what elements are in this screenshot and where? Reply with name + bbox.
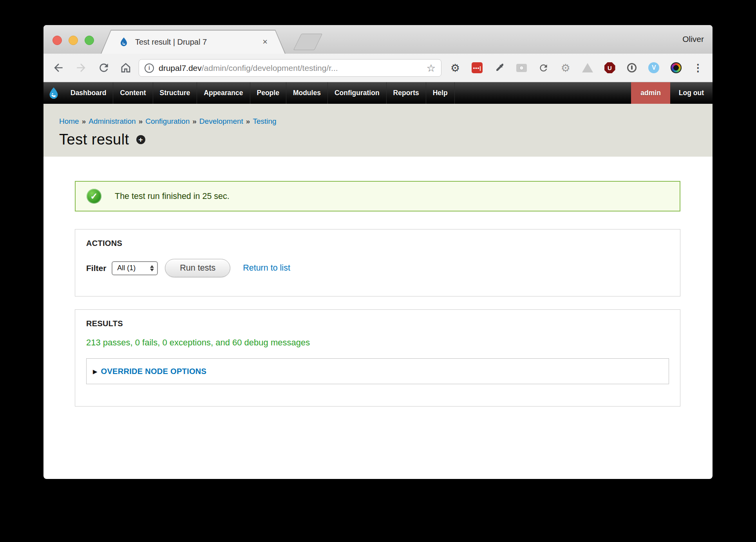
toolbar-item-structure[interactable]: Structure	[153, 82, 197, 104]
browser-navbar: i drupal7.dev /admin/config/development/…	[43, 54, 713, 82]
breadcrumb-separator: »	[82, 117, 86, 125]
url-path: /admin/config/development/testing/r...	[202, 63, 427, 73]
breadcrumb-separator: »	[192, 117, 197, 125]
url-host: drupal7.dev	[159, 63, 202, 73]
minimize-window-button[interactable]	[69, 36, 78, 45]
settings-gear-icon[interactable]: ⚙	[449, 62, 461, 74]
run-tests-button[interactable]: Run tests	[165, 259, 230, 277]
camera-lens-icon[interactable]	[670, 62, 682, 74]
back-icon[interactable]	[52, 61, 65, 74]
drupal-admin-toolbar: Dashboard Content Structure Appearance P…	[43, 82, 713, 104]
lastpass-icon[interactable]: •••|	[471, 62, 483, 74]
status-message-text: The test run finished in 25 sec.	[115, 192, 230, 201]
drupal-home-button[interactable]	[43, 82, 64, 104]
status-message: ✓ The test run finished in 25 sec.	[75, 181, 680, 211]
override-node-options-link[interactable]: OVERRIDE NODE OPTIONS	[101, 367, 207, 376]
breadcrumb: Home»Administration»Configuration»Develo…	[59, 104, 697, 126]
override-node-options-fieldset[interactable]: ▶ OVERRIDE NODE OPTIONS	[86, 358, 669, 384]
toolbar-item-dashboard[interactable]: Dashboard	[64, 82, 113, 104]
refresh-monitor-icon[interactable]	[537, 62, 549, 74]
browser-menu-icon[interactable]: ⋮	[692, 62, 704, 74]
results-summary: 213 passes, 0 fails, 0 exceptions, and 6…	[86, 338, 669, 348]
page-content: ✓ The test run finished in 25 sec. ACTIO…	[43, 157, 713, 406]
actions-legend: ACTIONS	[86, 239, 669, 248]
drupal-favicon-icon	[119, 37, 129, 47]
filter-select[interactable]: All (1)	[112, 261, 158, 275]
success-check-icon: ✓	[87, 189, 101, 204]
page-title: Test result	[59, 131, 129, 148]
collapse-arrow-icon: ▶	[93, 369, 98, 374]
ublock-origin-icon[interactable]: U	[604, 62, 616, 74]
breadcrumb-home[interactable]: Home	[59, 117, 79, 125]
breadcrumb-testing[interactable]: Testing	[253, 117, 276, 125]
add-shortcut-icon[interactable]: +	[136, 135, 145, 144]
forward-icon	[75, 61, 87, 74]
eyedropper-icon[interactable]	[494, 62, 505, 74]
extension-row: ⚙ •••| ⚙ U V ⋮	[449, 54, 704, 82]
vanilla-v-icon[interactable]: V	[648, 62, 660, 74]
actions-fieldset: ACTIONS Filter All (1) Run tests Return …	[75, 229, 680, 296]
breadcrumb-development[interactable]: Development	[199, 117, 243, 125]
breadcrumb-separator: »	[246, 117, 250, 125]
password-ring-icon[interactable]	[626, 62, 638, 74]
page-header: Home»Administration»Configuration»Develo…	[43, 104, 713, 157]
select-arrows-icon	[150, 265, 154, 271]
home-icon[interactable]	[119, 61, 132, 74]
close-window-button[interactable]	[52, 36, 62, 45]
breadcrumb-administration[interactable]: Administration	[89, 117, 136, 125]
toolbar-item-reports[interactable]: Reports	[387, 82, 426, 104]
breadcrumb-configuration[interactable]: Configuration	[145, 117, 190, 125]
toolbar-logout[interactable]: Log out	[670, 82, 713, 104]
return-to-list-link[interactable]: Return to list	[243, 263, 290, 273]
titlebar: Test result | Drupal 7 × Oliver	[43, 25, 713, 54]
toolbar-item-help[interactable]: Help	[426, 82, 455, 104]
browser-profile-name[interactable]: Oliver	[682, 34, 704, 44]
browser-tab[interactable]: Test result | Drupal 7 ×	[101, 30, 286, 54]
toolbar-item-appearance[interactable]: Appearance	[197, 82, 250, 104]
breadcrumb-separator: »	[139, 117, 143, 125]
toolbar-item-content[interactable]: Content	[113, 82, 153, 104]
zoom-window-button[interactable]	[85, 36, 94, 45]
toolbar-item-people[interactable]: People	[250, 82, 286, 104]
url-bar[interactable]: i drupal7.dev /admin/config/development/…	[139, 59, 441, 77]
google-drive-icon[interactable]	[582, 62, 593, 74]
filter-select-value: All (1)	[117, 264, 150, 272]
new-tab-button[interactable]	[293, 34, 322, 50]
browser-window: Test result | Drupal 7 × Oliver i drupal…	[43, 25, 713, 479]
page-info-icon[interactable]: i	[145, 63, 154, 73]
camera-icon[interactable]	[515, 62, 527, 74]
tab-title: Test result | Drupal 7	[135, 38, 262, 47]
toolbar-item-modules[interactable]: Modules	[286, 82, 328, 104]
toolbar-user-admin[interactable]: admin	[631, 82, 670, 104]
filter-label: Filter	[86, 264, 106, 273]
reload-icon[interactable]	[98, 61, 110, 74]
toolbar-item-configuration[interactable]: Configuration	[328, 82, 387, 104]
results-legend: RESULTS	[86, 319, 669, 328]
results-fieldset: RESULTS 213 passes, 0 fails, 0 exception…	[75, 309, 680, 406]
tab-close-icon[interactable]: ×	[262, 38, 268, 46]
bookmark-star-icon[interactable]: ☆	[427, 63, 436, 73]
tampermonkey-gear-icon[interactable]: ⚙	[560, 62, 572, 74]
